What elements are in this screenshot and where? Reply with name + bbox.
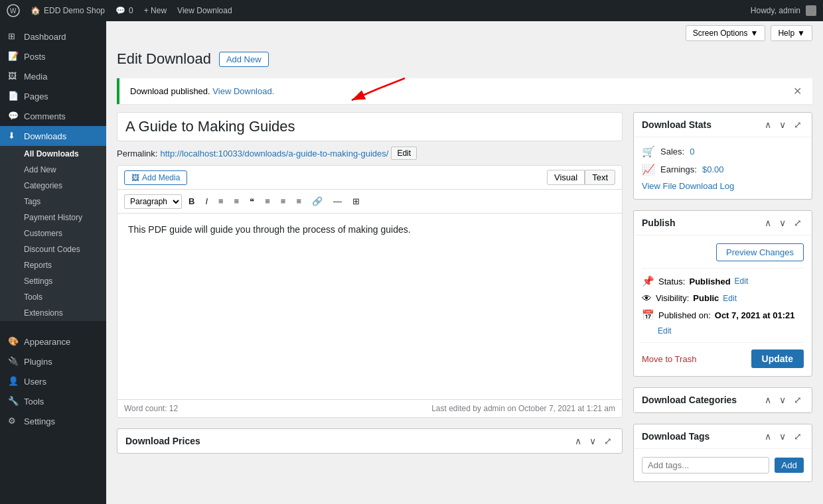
status-edit-link[interactable]: Edit [735, 277, 749, 286]
stats-collapse-button[interactable]: ∧ [763, 119, 773, 130]
editor-content-area[interactable]: This PDF guide will guide you through th… [117, 214, 622, 399]
align-center-button[interactable]: ≡ [277, 194, 290, 209]
unordered-list-button[interactable]: ≡ [214, 194, 228, 209]
submenu-customers[interactable]: Customers [0, 225, 106, 241]
site-name[interactable]: 🏠 EDD Demo Shop [31, 6, 105, 15]
submenu-all-downloads[interactable]: All Downloads [0, 146, 106, 162]
tags-expand-button[interactable]: ⤢ [792, 431, 804, 442]
wp-logo[interactable]: W [7, 4, 20, 17]
download-stats-controls: ∧ ∨ ⤢ [763, 119, 804, 130]
publish-notice: Download published. View Download. ✕ [117, 78, 812, 104]
sidebar-item-tools[interactable]: 🔧 Tools [0, 391, 106, 411]
publish-collapse-button[interactable]: ∧ [763, 218, 773, 228]
status-icon: 📌 [642, 275, 654, 287]
dashboard-icon: ⊞ [8, 31, 19, 42]
download-prices-box: Download Prices ∧ ∨ ⤢ [117, 428, 623, 454]
sidebar-item-media[interactable]: 🖼 Media [0, 66, 106, 86]
submenu-settings[interactable]: Settings [0, 273, 106, 289]
download-tags-body: Add [634, 449, 812, 481]
sidebar-item-settings-bottom[interactable]: ⚙ Settings [0, 411, 106, 431]
download-categories-box: Download Categories ∧ ∨ ⤢ [633, 387, 812, 413]
svg-text:W: W [10, 7, 17, 15]
sidebar-item-dashboard[interactable]: ⊞ Dashboard [0, 27, 106, 46]
stats-down-button[interactable]: ∨ [777, 119, 788, 130]
tags-down-button[interactable]: ∨ [777, 431, 788, 442]
sidebar-item-users[interactable]: 👤 Users [0, 371, 106, 391]
categories-down-button[interactable]: ∨ [777, 395, 788, 405]
media-icon: 🖼 [8, 71, 19, 82]
download-categories-controls: ∧ ∨ ⤢ [763, 395, 804, 405]
move-to-trash-link[interactable]: Move to Trash [642, 354, 696, 364]
submenu-add-new[interactable]: Add New [0, 162, 106, 178]
ordered-list-button[interactable]: ≡ [230, 194, 244, 209]
download-tags-controls: ∧ ∨ ⤢ [763, 431, 804, 442]
add-tag-button[interactable]: Add [775, 458, 804, 473]
add-new-button[interactable]: Add New [219, 52, 269, 67]
new-content[interactable]: + New [144, 6, 167, 15]
link-button[interactable]: 🔗 [308, 194, 327, 209]
publish-expand-button[interactable]: ⤢ [792, 218, 804, 228]
submenu-categories[interactable]: Categories [0, 178, 106, 194]
sales-value-link[interactable]: 0 [690, 147, 694, 157]
stats-expand-button[interactable]: ⤢ [792, 119, 804, 130]
sidebar-item-comments[interactable]: 💬 Comments [0, 106, 106, 126]
submenu-tools[interactable]: Tools [0, 289, 106, 305]
cart-icon: 🛒 [642, 145, 655, 158]
add-media-icon: 🖼 [131, 173, 139, 182]
posts-icon: 📝 [8, 51, 19, 62]
notice-dismiss-button[interactable]: ✕ [793, 85, 802, 97]
bold-button[interactable]: B [185, 194, 198, 209]
italic-button[interactable]: I [201, 194, 212, 209]
update-button[interactable]: Update [751, 349, 804, 368]
view-download-link[interactable]: View Download [177, 6, 232, 15]
tab-visual[interactable]: Visual [547, 170, 585, 185]
format-selector[interactable]: Paragraph [124, 194, 182, 209]
publish-controls: ∧ ∨ ⤢ [763, 218, 804, 228]
avatar[interactable] [806, 5, 816, 16]
categories-collapse-button[interactable]: ∧ [763, 395, 773, 405]
submenu-discount-codes[interactable]: Discount Codes [0, 241, 106, 257]
submenu-tags[interactable]: Tags [0, 194, 106, 210]
visibility-row: 👁 Visibility: Public Edit [642, 292, 804, 304]
download-prices-down-button[interactable]: ∨ [587, 436, 598, 446]
categories-expand-button[interactable]: ⤢ [792, 395, 804, 405]
submenu-reports[interactable]: Reports [0, 257, 106, 273]
submenu-payment-history[interactable]: Payment History [0, 210, 106, 225]
side-column: Download Stats ∧ ∨ ⤢ 🛒 Sales: 0 [633, 112, 812, 493]
publish-down-button[interactable]: ∨ [777, 218, 788, 228]
earnings-value-link[interactable]: $0.00 [702, 164, 724, 174]
download-prices-collapse-button[interactable]: ∧ [573, 436, 583, 446]
screen-options-button[interactable]: Screen Options ▼ [686, 25, 766, 41]
sidebar-item-downloads[interactable]: ⬇ Downloads [0, 126, 106, 146]
add-media-button[interactable]: 🖼 Add Media [124, 170, 187, 185]
published-date-edit-link[interactable]: Edit [658, 326, 804, 336]
tags-collapse-button[interactable]: ∧ [763, 431, 773, 442]
help-button[interactable]: Help ▼ [771, 25, 812, 41]
sidebar-item-appearance[interactable]: 🎨 Appearance [0, 332, 106, 351]
submenu-extensions[interactable]: Extensions [0, 305, 106, 321]
tab-text[interactable]: Text [585, 170, 615, 185]
main-content: Screen Options ▼ Help ▼ Edit Download Ad… [106, 21, 823, 504]
view-download-notice-link[interactable]: View Download. [212, 86, 274, 96]
visibility-edit-link[interactable]: Edit [723, 294, 737, 303]
comments-link[interactable]: 💬 0 [115, 6, 133, 15]
post-title-input[interactable] [117, 112, 623, 141]
sidebar-item-pages[interactable]: 📄 Pages [0, 86, 106, 106]
downloads-submenu: All Downloads Add New Categories Tags Pa… [0, 146, 106, 321]
table-button[interactable]: ⊞ [348, 194, 364, 209]
download-prices-expand-button[interactable]: ⤢ [602, 436, 614, 446]
view-file-download-log-link[interactable]: View File Download Log [642, 181, 804, 191]
preview-changes-button[interactable]: Preview Changes [716, 243, 804, 261]
sidebar-item-posts[interactable]: 📝 Posts [0, 46, 106, 66]
sidebar-item-plugins[interactable]: 🔌 Plugins [0, 351, 106, 371]
download-categories-header: Download Categories ∧ ∨ ⤢ [634, 388, 812, 412]
align-left-button[interactable]: ≡ [261, 194, 274, 209]
permalink-link[interactable]: http://localhost:10033/downloads/a-guide… [160, 149, 388, 158]
tags-input[interactable] [642, 457, 769, 473]
blockquote-button[interactable]: ❝ [246, 194, 258, 209]
more-button[interactable]: — [329, 194, 346, 209]
permalink-edit-button[interactable]: Edit [391, 147, 417, 160]
editor-tabs: Visual Text [547, 170, 615, 185]
download-tags-title: Download Tags [642, 431, 710, 442]
align-right-button[interactable]: ≡ [292, 194, 305, 209]
